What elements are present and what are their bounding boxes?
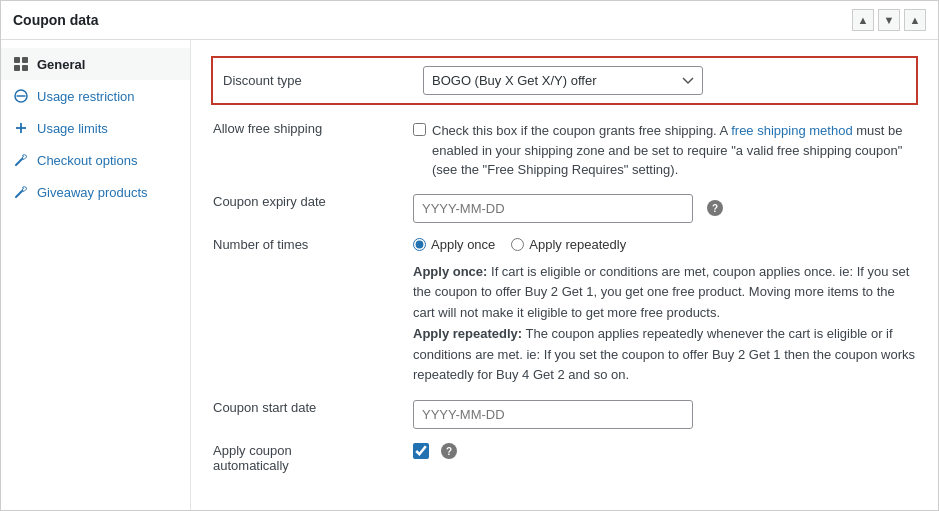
wrench-icon-1	[13, 152, 29, 168]
sidebar: General Usage restriction	[1, 40, 191, 510]
free-shipping-desc: Check this box if the coupon grants free…	[432, 121, 916, 180]
coupon-start-date-row: Coupon start date	[211, 400, 918, 429]
coupon-data-window: Coupon data ▲ ▼ ▲ General	[0, 0, 939, 511]
sidebar-item-general-label: General	[37, 57, 85, 72]
discount-type-section: Discount type BOGO (Buy X Get X/Y) offer…	[211, 56, 918, 105]
apply-coupon-help-icon: ?	[441, 443, 457, 459]
number-of-times-content: Apply once Apply repeatedly Apply once: …	[413, 237, 916, 387]
sidebar-item-usage-limits-label: Usage limits	[37, 121, 108, 136]
free-shipping-link[interactable]: free shipping method	[731, 123, 852, 138]
apply-coupon-label: Apply coupon automatically	[213, 443, 413, 473]
svg-line-9	[16, 191, 22, 197]
apply-repeatedly-option[interactable]: Apply repeatedly	[511, 237, 626, 252]
sidebar-item-usage-restriction-label: Usage restriction	[37, 89, 135, 104]
titlebar: Coupon data ▲ ▼ ▲	[1, 1, 938, 40]
apply-once-desc: If cart is eligible or conditions are me…	[413, 264, 909, 321]
free-shipping-checkbox-row: Check this box if the coupon grants free…	[413, 121, 916, 180]
svg-rect-0	[14, 57, 20, 63]
main-panel: Discount type BOGO (Buy X Get X/Y) offer…	[191, 40, 938, 510]
sidebar-item-giveaway-products-label: Giveaway products	[37, 185, 148, 200]
coupon-expiry-content: ?	[413, 194, 916, 223]
apply-once-label: Apply once	[431, 237, 495, 252]
content-area: General Usage restriction	[1, 40, 938, 510]
svg-rect-2	[14, 65, 20, 71]
plus-icon	[13, 120, 29, 136]
apply-once-option[interactable]: Apply once	[413, 237, 495, 252]
apply-coupon-content: ?	[413, 443, 916, 459]
allow-free-shipping-row: Allow free shipping Check this box if th…	[211, 121, 918, 180]
radio-group-apply: Apply once Apply repeatedly	[413, 237, 916, 252]
number-of-times-label: Number of times	[213, 237, 413, 252]
coupon-start-date-label: Coupon start date	[213, 400, 413, 415]
apply-coupon-automatically-row: Apply coupon automatically ?	[211, 443, 918, 473]
apply-repeatedly-desc-label: Apply repeatedly:	[413, 326, 522, 341]
allow-free-shipping-content: Check this box if the coupon grants free…	[413, 121, 916, 180]
svg-line-8	[16, 159, 22, 165]
apply-once-desc-label: Apply once:	[413, 264, 487, 279]
sidebar-item-giveaway-products[interactable]: Giveaway products	[1, 176, 190, 208]
discount-type-select[interactable]: BOGO (Buy X Get X/Y) offer Percentage di…	[423, 66, 703, 95]
apply-once-radio[interactable]	[413, 238, 426, 251]
grid-icon	[13, 56, 29, 72]
window-title: Coupon data	[13, 12, 99, 28]
sidebar-item-usage-restriction[interactable]: Usage restriction	[1, 80, 190, 112]
coupon-start-date-input[interactable]	[413, 400, 693, 429]
sidebar-item-general[interactable]: General	[1, 48, 190, 80]
expiry-help-icon: ?	[707, 200, 723, 216]
sidebar-item-usage-limits[interactable]: Usage limits	[1, 112, 190, 144]
free-shipping-checkbox[interactable]	[413, 123, 426, 136]
coupon-expiry-row: Coupon expiry date ?	[211, 194, 918, 223]
discount-type-label: Discount type	[223, 73, 423, 88]
svg-rect-3	[22, 65, 28, 71]
apply-description: Apply once: If cart is eligible or condi…	[413, 262, 916, 387]
apply-repeatedly-radio[interactable]	[511, 238, 524, 251]
coupon-start-date-content	[413, 400, 916, 429]
svg-rect-1	[22, 57, 28, 63]
number-of-times-row: Number of times Apply once Apply repeate…	[211, 237, 918, 387]
titlebar-controls: ▲ ▼ ▲	[852, 9, 926, 31]
expand-button[interactable]: ▲	[904, 9, 926, 31]
apply-coupon-automatically-checkbox[interactable]	[413, 443, 429, 459]
scroll-up-button[interactable]: ▲	[852, 9, 874, 31]
coupon-expiry-label: Coupon expiry date	[213, 194, 413, 209]
apply-repeatedly-label: Apply repeatedly	[529, 237, 626, 252]
sidebar-item-checkout-options[interactable]: Checkout options	[1, 144, 190, 176]
allow-free-shipping-label: Allow free shipping	[213, 121, 413, 136]
sidebar-item-checkout-options-label: Checkout options	[37, 153, 137, 168]
scroll-down-button[interactable]: ▼	[878, 9, 900, 31]
wrench-icon-2	[13, 184, 29, 200]
no-icon	[13, 88, 29, 104]
coupon-expiry-input[interactable]	[413, 194, 693, 223]
